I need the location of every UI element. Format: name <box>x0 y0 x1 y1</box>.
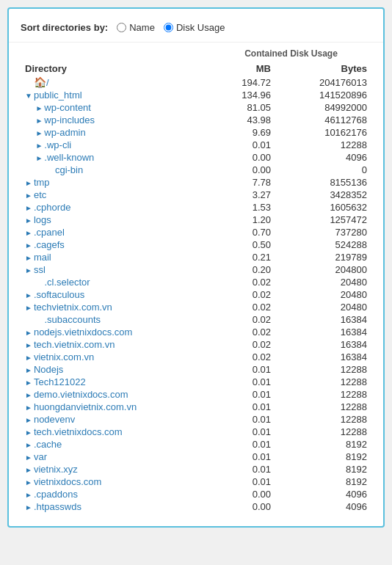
chevron-right-icon[interactable]: ► <box>25 291 32 299</box>
dir-link[interactable]: .subaccounts <box>44 314 101 325</box>
dir-link[interactable]: vietnixdocs.com <box>34 476 101 487</box>
dir-cell: ▼public_html <box>21 89 211 101</box>
table-row: ►wp-content81.0584992000 <box>21 101 371 114</box>
chevron-right-icon[interactable]: ► <box>25 391 32 399</box>
chevron-right-icon[interactable]: ► <box>25 379 32 387</box>
dir-link[interactable]: wp-content <box>44 102 91 113</box>
dir-link[interactable]: .cpanel <box>34 227 65 238</box>
dir-cell: ►mail <box>21 251 211 263</box>
dir-link[interactable]: vietnix.xyz <box>34 464 78 475</box>
dir-link[interactable]: cgi-bin <box>55 164 83 175</box>
dir-link[interactable]: demo.vietnixdocs.com <box>34 389 128 400</box>
bytes-cell: 204800 <box>275 263 371 276</box>
chevron-right-icon[interactable]: ► <box>25 466 32 474</box>
mb-cell: 9.69 <box>211 126 275 139</box>
chevron-right-icon[interactable]: ► <box>25 254 32 262</box>
bytes-cell: 20480 <box>275 276 371 288</box>
dir-link[interactable]: tech.vietnix.com.vn <box>34 339 115 350</box>
dir-link[interactable]: huongdanvietnix.com.vn <box>34 401 137 412</box>
bytes-cell: 4096 <box>275 488 371 500</box>
sort-name-option[interactable]: Name <box>117 22 155 33</box>
dir-cell: ►.cpaddons <box>21 488 211 500</box>
dir-link[interactable]: Tech121022 <box>34 376 86 387</box>
dir-cell: ►Nodejs <box>21 363 211 376</box>
mb-cell: 0.02 <box>211 288 275 301</box>
table-row: 🏠/194.72204176013 <box>21 76 371 89</box>
table-row: ►.softaculous0.0220480 <box>21 288 371 301</box>
chevron-right-icon[interactable]: ► <box>35 142 43 150</box>
sort-name-radio[interactable] <box>117 23 126 32</box>
dir-link[interactable]: Nodejs <box>34 364 63 375</box>
mb-cell: 0.01 <box>211 426 275 438</box>
mb-cell: 194.72 <box>211 76 275 89</box>
dir-link[interactable]: .softaculous <box>34 289 84 300</box>
dir-link[interactable]: / <box>46 77 49 88</box>
chevron-down-icon[interactable]: ▼ <box>25 92 32 100</box>
chevron-right-icon[interactable]: ► <box>25 266 32 274</box>
dir-link[interactable]: tmp <box>34 177 50 188</box>
bytes-cell: 8192 <box>275 463 371 475</box>
dir-link[interactable]: ssl <box>34 264 46 275</box>
sort-label: Sort directories by: <box>21 22 108 33</box>
chevron-right-icon[interactable]: ► <box>25 441 32 449</box>
chevron-right-icon[interactable]: ► <box>25 341 32 349</box>
dir-link[interactable]: .wp-cli <box>44 139 71 150</box>
dir-link[interactable]: .cache <box>34 439 62 450</box>
table-row: ►nodejs.vietnixdocs.com0.0216384 <box>21 326 371 338</box>
sort-diskusage-option[interactable]: Disk Usage <box>164 22 225 33</box>
chevron-right-icon[interactable]: ► <box>25 179 32 187</box>
dir-cell: cgi-bin <box>21 164 211 176</box>
chevron-right-icon[interactable]: ► <box>25 429 32 437</box>
chevron-right-icon[interactable]: ► <box>25 329 32 337</box>
dir-link[interactable]: tech.vietnixdocs.com <box>34 426 123 437</box>
dir-link[interactable]: techvietnix.com.vn <box>34 302 112 313</box>
chevron-right-icon[interactable]: ► <box>25 229 32 237</box>
mb-cell: 0.00 <box>211 164 275 176</box>
chevron-right-icon[interactable]: ► <box>25 491 32 499</box>
dir-link[interactable]: etc <box>34 189 46 200</box>
chevron-right-icon[interactable]: ► <box>25 192 32 200</box>
dir-link[interactable]: public_html <box>34 90 82 101</box>
directory-table: Directory Contained Disk Usage MB Bytes … <box>21 45 371 513</box>
chevron-right-icon[interactable]: ► <box>25 241 32 249</box>
dir-cell: ►techvietnix.com.vn <box>21 301 211 313</box>
chevron-right-icon[interactable]: ► <box>25 416 32 424</box>
dir-link[interactable]: .htpasswds <box>34 501 81 512</box>
dir-link[interactable]: wp-admin <box>44 127 85 138</box>
bytes-cell: 8192 <box>275 438 371 451</box>
dir-link[interactable]: .cl.selector <box>44 277 90 288</box>
chevron-right-icon[interactable]: ► <box>25 216 32 225</box>
chevron-right-icon[interactable]: ► <box>25 304 32 312</box>
chevron-right-icon[interactable]: ► <box>35 154 43 162</box>
sort-diskusage-radio[interactable] <box>164 23 173 32</box>
chevron-right-icon[interactable]: ► <box>25 478 32 486</box>
dir-link[interactable]: mail <box>34 252 51 263</box>
dir-link[interactable]: nodejs.vietnixdocs.com <box>34 327 132 338</box>
chevron-right-icon[interactable]: ► <box>35 117 43 125</box>
table-row: ►.cache0.018192 <box>21 438 371 451</box>
dir-link[interactable]: .well-known <box>44 152 94 163</box>
dir-link[interactable]: .cphorde <box>34 202 71 213</box>
chevron-right-icon[interactable]: ► <box>25 453 32 462</box>
mb-cell: 0.02 <box>211 351 275 363</box>
dir-link[interactable]: .cpaddons <box>34 489 78 500</box>
dir-link[interactable]: logs <box>34 214 51 225</box>
bytes-cell: 524288 <box>275 238 371 251</box>
chevron-right-icon[interactable]: ► <box>25 354 32 362</box>
dir-link[interactable]: var <box>34 451 47 462</box>
dir-link[interactable]: nodevenv <box>34 414 75 425</box>
bytes-cell: 20480 <box>275 288 371 301</box>
dir-link[interactable]: .cagefs <box>34 239 65 250</box>
dir-link[interactable]: vietnix.com.vn <box>34 351 94 362</box>
dir-link[interactable]: wp-includes <box>44 114 95 125</box>
chevron-right-icon[interactable]: ► <box>25 503 32 511</box>
chevron-right-icon[interactable]: ► <box>35 104 43 112</box>
chevron-right-icon[interactable]: ► <box>25 404 32 412</box>
chevron-right-icon[interactable]: ► <box>25 204 32 212</box>
dir-cell: ►.softaculous <box>21 288 211 301</box>
chevron-right-icon[interactable]: ► <box>35 129 43 137</box>
bytes-cell: 12288 <box>275 413 371 426</box>
chevron-right-icon[interactable]: ► <box>25 366 32 374</box>
mb-cell: 0.02 <box>211 338 275 351</box>
table-row: ►wp-includes43.9846112768 <box>21 114 371 126</box>
